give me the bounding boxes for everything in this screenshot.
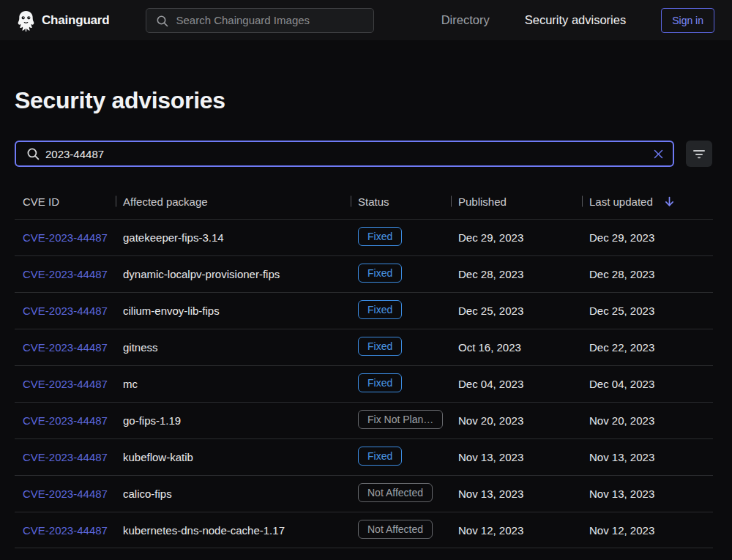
column-header-status[interactable]: Status (351, 195, 451, 208)
affected-package-cell: go-fips-1.19 (116, 414, 351, 427)
table-row: CVE-2023-44487 kubeflow-katib Fixed Nov … (15, 438, 713, 475)
octopus-icon (16, 10, 36, 31)
table-row: CVE-2023-44487 gitness Fixed Oct 16, 202… (15, 329, 713, 365)
published-cell: Nov 13, 2023 (451, 451, 582, 463)
close-icon (653, 149, 664, 160)
last-updated-cell: Nov 13, 2023 (582, 451, 713, 463)
published-cell: Nov 20, 2023 (451, 414, 582, 427)
last-updated-cell: Nov 12, 2023 (582, 524, 713, 537)
affected-package-cell: gitness (116, 341, 351, 354)
cve-link[interactable]: CVE-2023-44487 (23, 231, 108, 244)
filter-button[interactable] (686, 141, 712, 167)
search-icon (156, 15, 169, 31)
advisory-search-input[interactable] (16, 142, 673, 165)
last-updated-cell: Dec 28, 2023 (582, 268, 713, 280)
filter-icon (692, 149, 706, 159)
last-updated-cell: Dec 22, 2023 (582, 341, 713, 354)
filter-row (15, 141, 713, 167)
published-cell: Nov 13, 2023 (451, 488, 582, 500)
table-row: CVE-2023-44487 kubernetes-dns-node-cache… (15, 512, 713, 548)
cve-link[interactable]: CVE-2023-44487 (23, 305, 108, 317)
last-updated-cell: Dec 04, 2023 (582, 378, 713, 390)
status-badge: Fixed (358, 227, 402, 246)
cve-link[interactable]: CVE-2023-44487 (23, 524, 108, 537)
advisory-search (15, 141, 674, 167)
table-row: CVE-2023-44487 go-fips-1.19 Fix Not Plan… (15, 402, 713, 438)
nav-link-directory[interactable]: Directory (441, 13, 490, 27)
status-badge: Fixed (358, 337, 402, 356)
column-header-published[interactable]: Published (451, 195, 582, 208)
table-row: CVE-2023-44487 calico-fips Not Affected … (15, 475, 713, 512)
navbar: Chainguard Directory Security advisories… (0, 0, 732, 40)
published-cell: Dec 25, 2023 (451, 305, 582, 317)
advisory-table-body: CVE-2023-44487 gatekeeper-fips-3.14 Fixe… (15, 219, 713, 548)
affected-package-cell: gatekeeper-fips-3.14 (116, 231, 351, 244)
published-cell: Dec 29, 2023 (451, 231, 582, 244)
cve-link[interactable]: CVE-2023-44487 (23, 268, 108, 280)
table-header-row: CVE ID Affected package Status Published… (15, 184, 713, 219)
cve-link[interactable]: CVE-2023-44487 (23, 488, 108, 500)
page-title: Security advisories (15, 87, 713, 114)
status-badge: Not Affected (358, 483, 433, 502)
table-row: CVE-2023-44487 gatekeeper-fips-3.14 Fixe… (15, 219, 713, 255)
table-row: CVE-2023-44487 mc Fixed Dec 04, 2023 Dec… (15, 365, 713, 402)
affected-package-cell: mc (116, 378, 351, 390)
affected-package-cell: cilium-envoy-lib-fips (116, 305, 351, 317)
chainguard-logo[interactable]: Chainguard (16, 10, 109, 31)
cve-link[interactable]: CVE-2023-44487 (23, 341, 108, 354)
last-updated-cell: Dec 25, 2023 (582, 305, 713, 317)
main-content: Security advisories (15, 87, 713, 548)
arrow-down-icon (663, 195, 676, 208)
column-header-affected-package[interactable]: Affected package (116, 195, 351, 208)
affected-package-cell: calico-fips (116, 488, 351, 500)
published-cell: Dec 04, 2023 (451, 378, 582, 390)
affected-package-cell: dynamic-localpv-provisioner-fips (116, 268, 351, 280)
sign-in-button[interactable]: Sign in (661, 8, 714, 33)
published-cell: Dec 28, 2023 (451, 268, 582, 280)
status-badge: Fixed (358, 447, 402, 466)
nav-link-security-advisories[interactable]: Security advisories (525, 13, 626, 27)
brand-name: Chainguard (42, 13, 109, 28)
cve-link[interactable]: CVE-2023-44487 (23, 414, 108, 427)
affected-package-cell: kubernetes-dns-node-cache-1.17 (116, 524, 351, 537)
navbar-search-input[interactable] (146, 9, 373, 32)
column-header-cve-id[interactable]: CVE ID (15, 195, 116, 208)
table-row: CVE-2023-44487 cilium-envoy-lib-fips Fix… (15, 292, 713, 329)
status-badge: Not Affected (358, 520, 433, 539)
status-badge: Fixed (358, 264, 402, 283)
advisories-table: CVE ID Affected package Status Published… (15, 184, 713, 548)
affected-package-cell: kubeflow-katib (116, 451, 351, 463)
published-cell: Oct 16, 2023 (451, 341, 582, 354)
last-updated-cell: Nov 13, 2023 (582, 488, 713, 500)
nav-links: Directory Security advisories (441, 13, 627, 27)
last-updated-cell: Dec 29, 2023 (582, 231, 713, 244)
clear-search-button[interactable] (649, 145, 667, 163)
status-badge: Fix Not Plan… (358, 410, 443, 429)
status-badge: Fixed (358, 300, 402, 319)
cve-link[interactable]: CVE-2023-44487 (23, 451, 108, 463)
status-badge: Fixed (358, 373, 402, 392)
cve-link[interactable]: CVE-2023-44487 (23, 378, 108, 390)
search-icon (26, 147, 40, 164)
navbar-search (146, 8, 374, 33)
table-row: CVE-2023-44487 dynamic-localpv-provision… (15, 255, 713, 292)
last-updated-cell: Nov 20, 2023 (582, 414, 713, 427)
published-cell: Nov 12, 2023 (451, 524, 582, 537)
column-header-last-updated[interactable]: Last updated (582, 195, 713, 208)
